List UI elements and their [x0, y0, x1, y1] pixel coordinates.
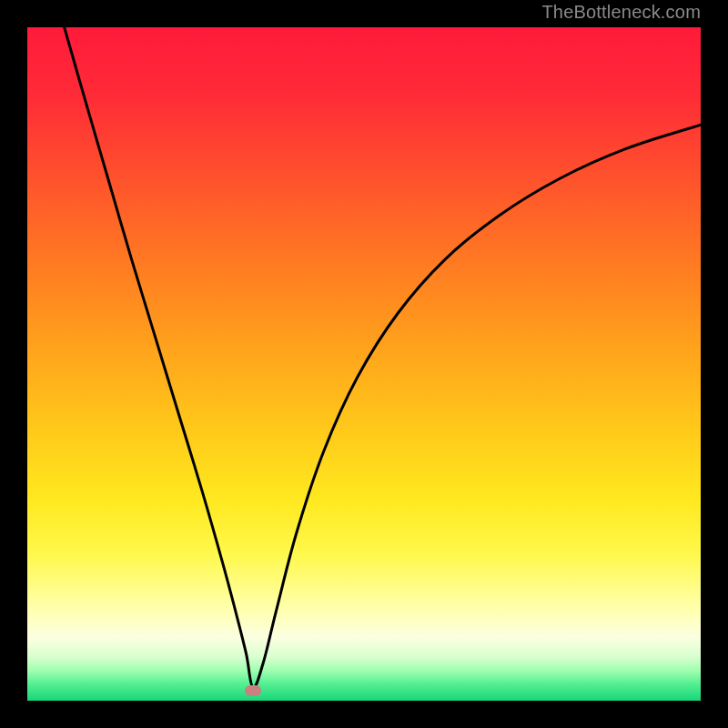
watermark-label: TheBottleneck.com: [541, 2, 701, 23]
minimum-marker: [245, 685, 261, 696]
bottleneck-curve: [65, 27, 701, 687]
curve-layer: [27, 27, 701, 701]
plot-area: [27, 27, 701, 701]
chart-frame: TheBottleneck.com: [0, 0, 728, 728]
